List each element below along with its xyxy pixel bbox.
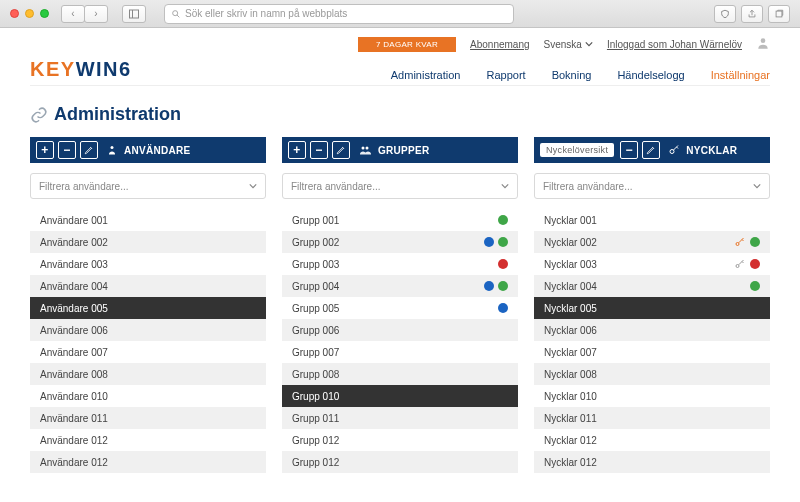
users-add-button[interactable]: + bbox=[36, 141, 54, 159]
key-row[interactable]: Nycklar 012 bbox=[534, 429, 770, 451]
key-row[interactable]: Nycklar 012 bbox=[534, 451, 770, 473]
user-row[interactable]: Användare 012 bbox=[30, 451, 266, 473]
group-row[interactable]: Grupp 010 bbox=[282, 385, 518, 407]
key-row[interactable]: Nycklar 003 bbox=[534, 253, 770, 275]
groups-remove-button[interactable]: − bbox=[310, 141, 328, 159]
avatar-icon[interactable] bbox=[756, 36, 770, 52]
group-row-label: Grupp 004 bbox=[292, 281, 339, 292]
keys-edit-button[interactable] bbox=[642, 141, 660, 159]
groups-edit-button[interactable] bbox=[332, 141, 350, 159]
svg-line-3 bbox=[177, 15, 179, 17]
users-icon bbox=[106, 144, 118, 156]
row-icons bbox=[750, 281, 760, 291]
status-red-icon bbox=[498, 259, 508, 269]
nav-inställningar[interactable]: Inställningar bbox=[711, 69, 770, 81]
row-icons bbox=[734, 236, 760, 248]
svg-point-5 bbox=[761, 38, 766, 43]
language-selector[interactable]: Svenska bbox=[544, 39, 593, 50]
user-row-label: Användare 011 bbox=[40, 413, 108, 424]
key-row[interactable]: Nycklar 011 bbox=[534, 407, 770, 429]
group-row[interactable]: Grupp 008 bbox=[282, 363, 518, 385]
user-row[interactable]: Användare 001 bbox=[30, 209, 266, 231]
logo: KEYWIN6 bbox=[30, 58, 132, 81]
users-filter[interactable]: Filtrera användare... bbox=[30, 173, 266, 199]
key-row[interactable]: Nycklar 002 bbox=[534, 231, 770, 253]
user-row[interactable]: Användare 003 bbox=[30, 253, 266, 275]
key-overview-button[interactable]: Nyckelöversikt bbox=[540, 143, 614, 157]
url-placeholder: Sök eller skriv in namn på webbplats bbox=[185, 8, 347, 19]
url-bar[interactable]: Sök eller skriv in namn på webbplats bbox=[164, 4, 514, 24]
nav-bokning[interactable]: Bokning bbox=[552, 69, 592, 81]
back-button[interactable]: ‹ bbox=[61, 5, 85, 23]
chevron-down-icon bbox=[501, 182, 509, 190]
group-row[interactable]: Grupp 002 bbox=[282, 231, 518, 253]
group-row[interactable]: Grupp 004 bbox=[282, 275, 518, 297]
sidebar-toggle-button[interactable] bbox=[122, 5, 146, 23]
key-row[interactable]: Nycklar 004 bbox=[534, 275, 770, 297]
group-row-label: Grupp 005 bbox=[292, 303, 339, 314]
user-row[interactable]: Användare 007 bbox=[30, 341, 266, 363]
chevron-down-icon bbox=[249, 182, 257, 190]
group-row[interactable]: Grupp 006 bbox=[282, 319, 518, 341]
key-row[interactable]: Nycklar 007 bbox=[534, 341, 770, 363]
key-row-label: Nycklar 008 bbox=[544, 369, 597, 380]
status-green-icon bbox=[750, 237, 760, 247]
status-red-icon bbox=[750, 259, 760, 269]
user-row[interactable]: Användare 005 bbox=[30, 297, 266, 319]
reader-button[interactable] bbox=[714, 5, 736, 23]
users-edit-button[interactable] bbox=[80, 141, 98, 159]
row-icons bbox=[498, 215, 508, 225]
page-content: 7 DAGAR KVAR Abonnemang Svenska Inloggad… bbox=[0, 28, 800, 473]
group-row[interactable]: Grupp 012 bbox=[282, 451, 518, 473]
group-row[interactable]: Grupp 012 bbox=[282, 429, 518, 451]
key-row[interactable]: Nycklar 006 bbox=[534, 319, 770, 341]
group-row-label: Grupp 002 bbox=[292, 237, 339, 248]
keys-list: Nycklar 001Nycklar 002Nycklar 003Nycklar… bbox=[534, 209, 770, 473]
user-row[interactable]: Användare 002 bbox=[30, 231, 266, 253]
user-row[interactable]: Användare 008 bbox=[30, 363, 266, 385]
nav-administration[interactable]: Administration bbox=[391, 69, 461, 81]
group-row[interactable]: Grupp 001 bbox=[282, 209, 518, 231]
row-icons bbox=[484, 237, 508, 247]
logged-in-user-link[interactable]: Inloggad som Johan Wärnelöv bbox=[607, 39, 742, 50]
keys-filter[interactable]: Filtrera användare... bbox=[534, 173, 770, 199]
group-row[interactable]: Grupp 011 bbox=[282, 407, 518, 429]
nav-rapport[interactable]: Rapport bbox=[486, 69, 525, 81]
share-button[interactable] bbox=[741, 5, 763, 23]
user-row[interactable]: Användare 012 bbox=[30, 429, 266, 451]
key-row-label: Nycklar 006 bbox=[544, 325, 597, 336]
keys-icon bbox=[668, 144, 680, 156]
minimize-window-button[interactable] bbox=[25, 9, 34, 18]
key-row[interactable]: Nycklar 010 bbox=[534, 385, 770, 407]
status-green-icon bbox=[498, 215, 508, 225]
nav-händelselogg[interactable]: Händelselogg bbox=[617, 69, 684, 81]
group-row[interactable]: Grupp 003 bbox=[282, 253, 518, 275]
panel-users-header: + − ANVÄNDARE bbox=[30, 137, 266, 163]
person-icon bbox=[756, 36, 770, 50]
user-row[interactable]: Användare 010 bbox=[30, 385, 266, 407]
group-row[interactable]: Grupp 005 bbox=[282, 297, 518, 319]
svg-point-10 bbox=[736, 243, 739, 246]
user-row[interactable]: Användare 011 bbox=[30, 407, 266, 429]
user-row[interactable]: Användare 004 bbox=[30, 275, 266, 297]
logo-rest: WIN6 bbox=[76, 58, 132, 80]
groups-add-button[interactable]: + bbox=[288, 141, 306, 159]
key-row[interactable]: Nycklar 008 bbox=[534, 363, 770, 385]
users-remove-button[interactable]: − bbox=[58, 141, 76, 159]
tabs-button[interactable] bbox=[768, 5, 790, 23]
key-row[interactable]: Nycklar 001 bbox=[534, 209, 770, 231]
maximize-window-button[interactable] bbox=[40, 9, 49, 18]
forward-button[interactable]: › bbox=[84, 5, 108, 23]
key-icon bbox=[734, 236, 746, 248]
panel-keys-title: NYCKLAR bbox=[686, 145, 737, 156]
group-row[interactable]: Grupp 007 bbox=[282, 341, 518, 363]
close-window-button[interactable] bbox=[10, 9, 19, 18]
panel-keys-header: Nyckelöversikt − NYCKLAR bbox=[534, 137, 770, 163]
users-filter-placeholder: Filtrera användare... bbox=[39, 181, 129, 192]
keys-remove-button[interactable]: − bbox=[620, 141, 638, 159]
groups-filter[interactable]: Filtrera användare... bbox=[282, 173, 518, 199]
user-row[interactable]: Användare 006 bbox=[30, 319, 266, 341]
subscription-link[interactable]: Abonnemang bbox=[470, 39, 530, 50]
key-row[interactable]: Nycklar 005 bbox=[534, 297, 770, 319]
svg-point-2 bbox=[173, 10, 178, 15]
